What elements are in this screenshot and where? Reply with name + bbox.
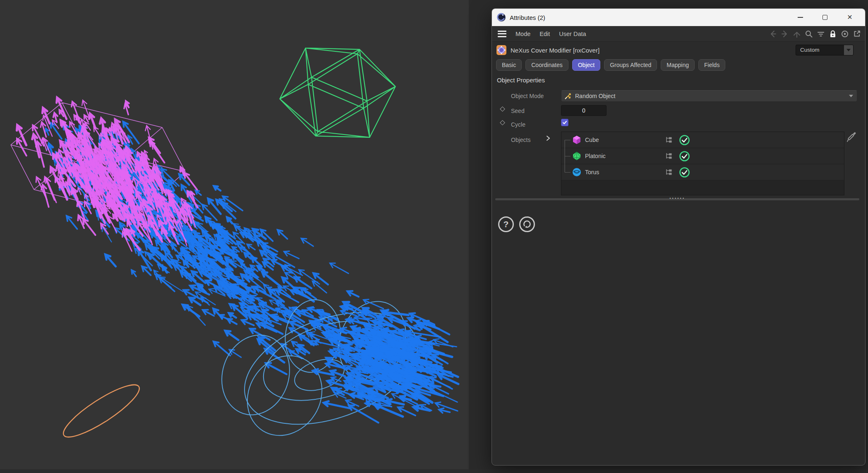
3d-viewport[interactable]: [0, 0, 469, 473]
attributes-window: Attributes (2) ✕ Mode Edit User Data: [492, 8, 866, 466]
enabled-check-icon[interactable]: [679, 134, 690, 146]
preset-dropdown-button[interactable]: [844, 45, 853, 55]
preset-dropdown[interactable]: Custom: [796, 45, 854, 55]
torus-object-icon: [572, 168, 581, 177]
list-item-cube[interactable]: Cube: [561, 132, 844, 148]
cycle-checkbox[interactable]: [561, 119, 568, 126]
hierarchy-mode-icon[interactable]: [665, 152, 673, 160]
preset-value: Custom: [796, 45, 844, 55]
titlebar[interactable]: Attributes (2) ✕: [492, 9, 865, 26]
seed-keyframe-icon[interactable]: [500, 106, 505, 112]
objects-list: Cube Platonic: [561, 132, 844, 195]
up-icon[interactable]: [793, 30, 801, 38]
panel-resize-handle[interactable]: ······: [495, 198, 859, 200]
tab-mapping[interactable]: Mapping: [661, 59, 695, 71]
object-row-name: Cube: [585, 137, 599, 143]
objects-label: Objects: [511, 137, 530, 143]
maximize-icon: [822, 15, 827, 20]
viewport-scene: [0, 0, 469, 473]
tab-groups-affected[interactable]: Groups Affected: [604, 59, 657, 71]
hamburger-menu-icon[interactable]: [498, 31, 506, 37]
object-mode-label: Object Mode: [511, 93, 544, 99]
hierarchy-mode-icon[interactable]: [665, 168, 673, 176]
cube-object-icon: [572, 135, 581, 144]
lock-icon[interactable]: [829, 30, 837, 38]
back-icon[interactable]: [769, 30, 777, 38]
eyedropper-icon[interactable]: [846, 131, 857, 143]
chevron-down-icon: [849, 95, 853, 97]
forward-icon[interactable]: [781, 30, 789, 38]
platonic-object-icon: [572, 151, 581, 161]
tree-connector: [561, 132, 572, 148]
menu-edit[interactable]: Edit: [540, 31, 550, 37]
section-title: Object Properties: [497, 77, 545, 84]
app-logo-icon: [497, 13, 506, 22]
tab-basic[interactable]: Basic: [496, 59, 522, 71]
objects-expand-chevron-icon[interactable]: [545, 135, 551, 141]
target-icon[interactable]: [841, 30, 849, 38]
filter-icon[interactable]: [817, 30, 825, 38]
cycle-keyframe-icon[interactable]: [500, 120, 505, 125]
enabled-check-icon[interactable]: [679, 151, 690, 162]
list-item-torus[interactable]: Torus: [561, 164, 844, 180]
hierarchy-mode-icon[interactable]: [665, 136, 673, 144]
tab-object[interactable]: Object: [572, 59, 600, 71]
search-icon[interactable]: [805, 30, 813, 38]
window-edge: [0, 469, 868, 473]
list-item-platonic[interactable]: Platonic: [561, 148, 844, 164]
help-button[interactable]: ?: [498, 216, 514, 232]
object-mode-value: Random Object: [575, 93, 849, 99]
nexus-modifier-icon: [496, 45, 507, 55]
tab-coordinates[interactable]: Coordinates: [525, 59, 568, 71]
minimize-icon: [798, 17, 803, 18]
seed-input[interactable]: 0: [561, 105, 607, 116]
check-icon: [562, 120, 567, 125]
chevron-down-icon: [846, 49, 851, 51]
cycle-label: Cycle: [511, 121, 525, 128]
tree-connector: [561, 164, 572, 180]
object-name: NeXus Cover Modifier [nxCover]: [511, 47, 599, 54]
tree-connector: [561, 148, 572, 164]
object-header: NeXus Cover Modifier [nxCover] Custom: [492, 42, 865, 58]
seed-label: Seed: [511, 108, 525, 114]
open-external-icon[interactable]: [853, 30, 861, 38]
enabled-check-icon[interactable]: [679, 167, 690, 178]
tab-bar: Basic Coordinates Object Groups Affected…: [496, 59, 725, 71]
random-object-icon: [564, 92, 572, 100]
resize-handle-dots: ······: [495, 195, 859, 201]
menu-mode[interactable]: Mode: [516, 31, 530, 37]
window-title: Attributes (2): [510, 14, 545, 21]
close-button[interactable]: ✕: [844, 11, 856, 24]
menu-user-data[interactable]: User Data: [559, 31, 586, 37]
minimize-button[interactable]: [794, 11, 806, 24]
maximize-button[interactable]: [819, 11, 831, 24]
close-icon: ✕: [847, 14, 852, 21]
object-row-name: Platonic: [585, 153, 606, 159]
reset-button[interactable]: [519, 216, 535, 232]
menubar: Mode Edit User Data: [492, 26, 865, 42]
object-row-name: Torus: [585, 169, 599, 175]
tab-fields[interactable]: Fields: [698, 59, 725, 71]
reset-icon: [523, 220, 532, 229]
object-mode-dropdown[interactable]: Random Object: [561, 90, 857, 102]
